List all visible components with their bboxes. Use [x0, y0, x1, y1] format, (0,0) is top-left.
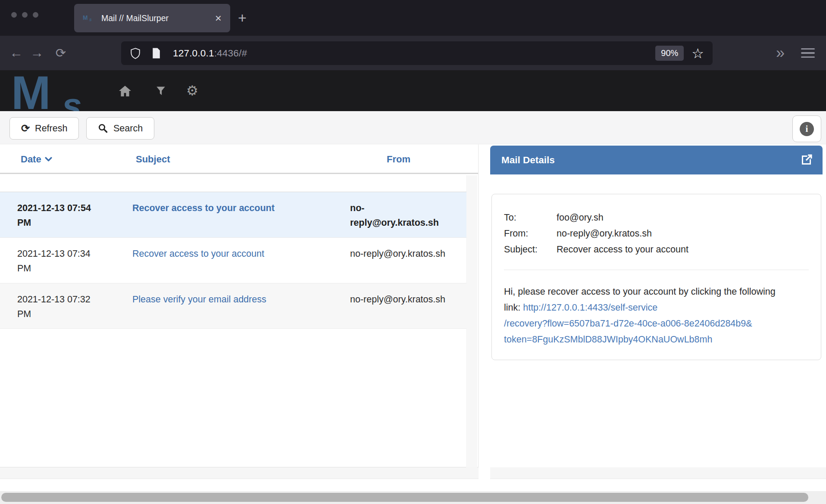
- mail-from-row: From: no-reply@ory.kratos.sh: [504, 226, 809, 242]
- recovery-link[interactable]: /recovery?flow=6507ba71-d72e-40ce-a006-8…: [504, 316, 752, 332]
- refresh-label: Refresh: [35, 123, 67, 134]
- refresh-icon: ⟳: [21, 123, 30, 134]
- column-header-date[interactable]: Date: [21, 144, 52, 174]
- mail-from: no-reply@ory.kratos.sh: [350, 201, 447, 230]
- column-header-subject[interactable]: Subject: [136, 144, 170, 174]
- tab-title: Mail // MailSlurper: [101, 13, 215, 23]
- mail-rows: 2021-12-13 07:54 PM Recover access to yo…: [0, 192, 466, 329]
- to-label: To:: [504, 210, 557, 226]
- from-label: From:: [504, 226, 557, 242]
- subject-value: Recover access to your account: [557, 242, 688, 258]
- mail-details-title: Mail Details: [501, 155, 800, 166]
- mailslurper-favicon: M s: [83, 14, 95, 22]
- column-header-from[interactable]: From: [387, 144, 410, 174]
- mail-date: 2021-12-13 07:54 PM: [17, 201, 132, 230]
- mail-from: no-reply@ory.kratos.sh: [350, 292, 447, 322]
- sort-descending-icon: [45, 156, 52, 162]
- tab-close-icon[interactable]: ×: [215, 12, 222, 24]
- mail-from: no-reply@ory.kratos.sh: [350, 246, 447, 276]
- details-panel-footer: [490, 467, 826, 479]
- back-icon[interactable]: ←: [8, 36, 25, 70]
- mail-list-panel: Date Subject From 2021-12-13 07:54 PM Re…: [0, 144, 479, 467]
- from-value: no-reply@ory.kratos.sh: [557, 226, 652, 242]
- browser-tab-bar: M s Mail // MailSlurper × +: [0, 0, 826, 36]
- external-link-icon[interactable]: [800, 153, 813, 167]
- mail-details-card: To: foo@ory.sh From: no-reply@ory.kratos…: [491, 194, 821, 360]
- window-controls[interactable]: [11, 12, 38, 18]
- page-icon: [151, 47, 161, 59]
- horizontal-scrollbar-thumb[interactable]: [1, 493, 808, 502]
- list-panel-footer: [0, 467, 479, 479]
- recovery-link[interactable]: http://127.0.0.1:4433/self-service: [523, 300, 657, 316]
- bookmark-star-icon[interactable]: ☆: [691, 47, 704, 60]
- url-text: 127.0.0.1:4436/#: [173, 48, 247, 59]
- details-divider: [504, 270, 809, 270]
- url-host: 127.0.0.1: [173, 48, 214, 59]
- mail-details-header: Mail Details: [490, 146, 823, 174]
- url-bar[interactable]: 127.0.0.1:4436/# 90% ☆: [121, 41, 713, 65]
- refresh-button[interactable]: ⟳ Refresh: [9, 117, 79, 140]
- info-button[interactable]: i: [792, 115, 821, 142]
- zoom-level-badge[interactable]: 90%: [655, 46, 684, 61]
- forward-icon[interactable]: →: [28, 36, 46, 70]
- gear-icon[interactable]: ⚙: [185, 70, 200, 111]
- mail-subject-link[interactable]: Please verify your email address: [132, 292, 350, 322]
- search-icon: [98, 123, 108, 134]
- action-toolbar: ⟳ Refresh Search i: [0, 111, 826, 144]
- to-value: foo@ory.sh: [557, 210, 604, 226]
- mail-row-3[interactable]: 2021-12-13 07:32 PM Please verify your e…: [0, 283, 466, 329]
- shield-icon[interactable]: [130, 47, 141, 59]
- info-icon: i: [800, 122, 814, 136]
- browser-tab[interactable]: M s Mail // MailSlurper ×: [74, 4, 230, 32]
- app-header: M s ⚙: [0, 70, 826, 111]
- url-path: :4436/#: [214, 48, 247, 59]
- mail-subject-row: Subject: Recover access to your account: [504, 242, 809, 258]
- overflow-chevrons-icon[interactable]: »: [770, 36, 790, 70]
- mailslurper-logo[interactable]: M s: [11, 71, 102, 111]
- search-label: Search: [113, 123, 143, 134]
- search-button[interactable]: Search: [86, 117, 154, 140]
- mail-date: 2021-12-13 07:34 PM: [17, 246, 132, 276]
- svg-text:s: s: [62, 86, 82, 111]
- reload-icon[interactable]: ⟳: [52, 36, 70, 70]
- browser-window: M s Mail // MailSlurper × + ← → ⟳ 127.0.…: [0, 0, 826, 504]
- subject-label: Subject:: [504, 242, 557, 258]
- mail-row-2[interactable]: 2021-12-13 07:34 PM Recover access to yo…: [0, 238, 466, 283]
- mail-list-scrollbar[interactable]: [466, 175, 477, 467]
- mail-subject-link[interactable]: Recover access to your account: [132, 201, 350, 230]
- svg-text:s: s: [89, 17, 92, 22]
- svg-text:M: M: [83, 14, 88, 21]
- mail-subject-link[interactable]: Recover access to your account: [132, 246, 350, 276]
- mail-list-header: Date Subject From: [0, 144, 478, 174]
- browser-toolbar: ← → ⟳ 127.0.0.1:4436/# 90% ☆ »: [0, 36, 826, 70]
- mail-body: Hi, please recover access to your accoun…: [504, 284, 787, 348]
- horizontal-scrollbar-track[interactable]: [0, 491, 826, 504]
- menu-hamburger-icon[interactable]: [801, 36, 815, 70]
- new-tab-button[interactable]: +: [238, 0, 247, 36]
- svg-text:M: M: [11, 71, 51, 111]
- home-icon[interactable]: [117, 70, 133, 111]
- mail-date: 2021-12-13 07:32 PM: [17, 292, 132, 322]
- mail-to-row: To: foo@ory.sh: [504, 210, 809, 226]
- mail-row-1[interactable]: 2021-12-13 07:54 PM Recover access to yo…: [0, 192, 466, 238]
- recovery-link[interactable]: token=8FguKzSMblD88JWIpby4OKNaUOwLb8mh: [504, 332, 712, 348]
- filter-icon[interactable]: [154, 70, 167, 111]
